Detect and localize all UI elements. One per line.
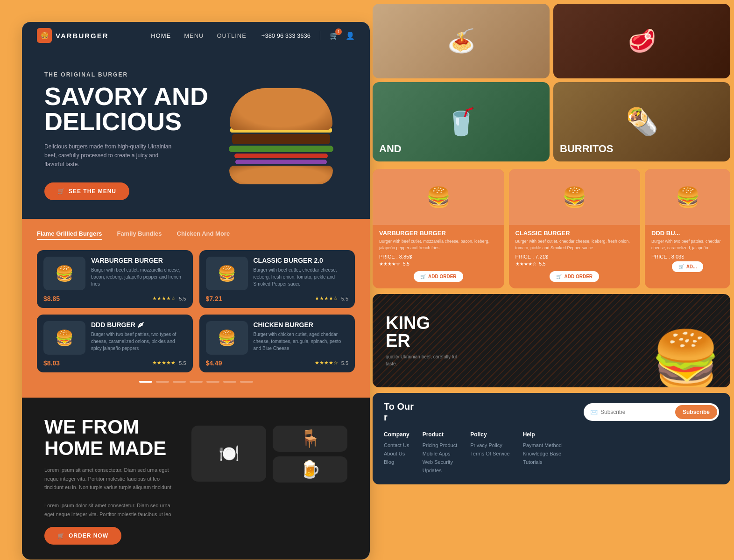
footer-link-mobile-apps[interactable]: Mobile Apps <box>423 451 458 456</box>
page-dots <box>37 381 355 383</box>
menu-card-1-bottom: $8.85 ★★★★☆ 5.5 <box>43 295 186 302</box>
dot-7[interactable] <box>240 381 253 383</box>
dot-4[interactable] <box>190 381 203 383</box>
menu-btn-icon: 🛒 <box>57 188 65 195</box>
restaurant-img-2: 🪑 <box>273 426 347 452</box>
main-panel: 🍔 VARBURGER HOME MENU OUTLINE +380 96 33… <box>22 22 370 560</box>
gallery-meat: 🥩 <box>553 4 730 78</box>
product-card-1: 🍔 VARBURGER BURGER Burger with beef cutl… <box>373 169 504 288</box>
product-card-2-body: CLASSIC BURGER Burger with beef cutlet, … <box>509 225 641 282</box>
cart-badge: 1 <box>335 28 342 35</box>
cart-icon-2: 🛒 <box>556 274 562 279</box>
menu-card-2-stars: ★★★★☆ 5.5 <box>315 295 348 301</box>
dot-6[interactable] <box>223 381 236 383</box>
menu-card-4-bottom: $4.49 ★★★★☆ 5.5 <box>206 359 349 367</box>
menu-card-1-image: 🍔 <box>43 257 85 290</box>
see-menu-button[interactable]: 🛒 SEE THE MENU <box>44 182 129 200</box>
menu-card-1-name: VARBURGER BURGER <box>91 257 186 264</box>
user-icon[interactable]: 👤 <box>346 31 355 40</box>
footer-link-pricing[interactable]: Pricing Product <box>423 442 458 448</box>
menu-card-3-desc: Burger with two beef patties, two types … <box>91 331 186 352</box>
add-order-btn-1[interactable]: 🛒 ADD ORDER <box>414 271 463 282</box>
restaurant-img-1: 🍽️ <box>191 426 266 482</box>
tab-flame-grilled[interactable]: Flame Grillied Burgers <box>37 230 102 240</box>
menu-tabs: Flame Grillied Burgers Family Bundles Ch… <box>37 230 355 240</box>
product-card-3-desc: Burger with two beef patties, cheddar ch… <box>651 238 724 251</box>
nav-right: +380 96 333 3636 🛒1 👤 <box>261 31 355 40</box>
menu-card-4-stars: ★★★★☆ 5.5 <box>315 360 348 366</box>
subscribe-button[interactable]: Subscribe <box>675 405 717 419</box>
dot-5[interactable] <box>206 381 219 383</box>
food-gallery-top: 🍝 🥩 <box>369 0 734 78</box>
newsletter-label: To Our r <box>384 401 584 423</box>
menu-card-2-info: CLASSIC BURGER 2.0 Burger with beef cutl… <box>254 257 349 287</box>
footer-col-company: Company Contact Us About Us Blog <box>384 431 409 476</box>
tab-family-bundles[interactable]: Family Bundles <box>117 230 162 240</box>
menu-card-2-image: 🍔 <box>206 257 248 290</box>
footer-col-company-title: Company <box>384 431 409 438</box>
add-order-btn-2[interactable]: 🛒 ADD ORDER <box>550 271 599 282</box>
drinks-label: AND <box>379 143 402 155</box>
footer-top: To Our r ✉️ Subscribe <box>384 401 719 423</box>
tab-chicken-more[interactable]: Chicken And More <box>177 230 230 240</box>
menu-card-2: 🍔 CLASSIC BURGER 2.0 Burger with beef cu… <box>199 250 355 308</box>
menu-section: Flame Grillied Burgers Family Bundles Ch… <box>22 219 370 398</box>
subscribe-form: ✉️ Subscribe <box>584 403 719 421</box>
cart-icon[interactable]: 🛒1 <box>330 31 339 40</box>
footer-link-about-us[interactable]: About Us <box>384 451 409 456</box>
footer-col-help: Help Paymant Method Knowledge Base Tutor… <box>523 431 562 476</box>
burger-right-text: KING ER quality Ukrainian beef, carefull… <box>373 303 473 378</box>
order-now-button[interactable]: 🛒 ORDER NOW <box>44 527 121 545</box>
menu-card-1-stars: ★★★★☆ 5.5 <box>152 295 186 301</box>
home-made-desc2: Lorem ipsum dolor sit amet consectetur. … <box>44 501 178 518</box>
footer-cols: Company Contact Us About Us Blog Product… <box>384 431 719 476</box>
envelope-icon: ✉️ <box>590 409 598 416</box>
product-card-1-price: PRICE : 8.85$ <box>379 254 498 259</box>
nav-home[interactable]: HOME <box>151 32 171 39</box>
hero-section: THE ORIGINAL BURGER SAVORY AND DELICIOUS… <box>22 49 370 219</box>
product-card-3: 🍔 DDD BU... Burger with two beef patties… <box>645 169 730 288</box>
nav-divider <box>320 31 320 40</box>
hero-text: THE ORIGINAL BURGER SAVORY AND DELICIOUS… <box>44 71 347 200</box>
cart-icon-3: 🛒 <box>678 264 684 269</box>
footer-link-blog[interactable]: Blog <box>384 459 409 465</box>
dot-1[interactable] <box>139 381 152 383</box>
nav-menu[interactable]: MENU <box>184 32 204 39</box>
footer-link-contact-us[interactable]: Contact Us <box>384 442 409 448</box>
home-made-section: WE FROM HOME MADE Lorem ipsum sit amet c… <box>22 398 370 560</box>
menu-card-2-bottom: $7.21 ★★★★☆ 5.5 <box>206 295 349 302</box>
menu-card-3-top: 🍔 DDD BURGER 🌶 Burger with two beef patt… <box>43 321 186 355</box>
product-card-1-body: VARBURGER BURGER Burger with beef cutlet… <box>373 225 504 282</box>
nav-outline[interactable]: OUTLINE <box>217 32 246 39</box>
menu-card-3-bottom: $8.03 ★★★★★ 5.5 <box>43 359 186 367</box>
footer-link-privacy[interactable]: Privacy Policy <box>470 442 509 448</box>
footer-link-knowledge[interactable]: Knowledge Base <box>523 451 562 456</box>
burger-right-title: KING ER <box>386 314 460 350</box>
menu-card-2-desc: Burger with beef cutlet, cheddar cheese,… <box>254 266 349 287</box>
product-card-1-desc: Burger with beef cutlet, mozzarella chee… <box>379 238 498 251</box>
product-card-2-price: PRICE : 7.21$ <box>515 254 634 259</box>
footer-link-web-security[interactable]: Web Security <box>423 459 458 465</box>
footer-link-tutorials[interactable]: Tutorials <box>523 459 562 465</box>
menu-card-4-top: 🍔 CHICKEN BURGER Burger with chicken cut… <box>206 321 349 355</box>
footer-col-policy-title: Policy <box>470 431 509 438</box>
gallery-pasta: 🍝 <box>373 4 550 78</box>
menu-card-3-info: DDD BURGER 🌶 Burger with two beef pattie… <box>91 321 186 352</box>
footer-section: To Our r ✉️ Subscribe Company Contact Us… <box>373 393 730 484</box>
menu-card-4-desc: Burger with chicken cutlet, aged cheddar… <box>254 331 349 352</box>
menu-card-2-price: $7.21 <box>206 295 222 302</box>
subscribe-input[interactable] <box>600 409 675 415</box>
add-order-btn-3[interactable]: 🛒 AD... <box>672 261 704 272</box>
dot-2[interactable] <box>156 381 169 383</box>
menu-card-4-image: 🍔 <box>206 321 248 355</box>
product-card-3-body: DDD BU... Burger with two beef patties, … <box>645 225 730 272</box>
product-card-3-name: DDD BU... <box>651 230 724 237</box>
product-card-2-desc: Burger with beef cutlet, cheddar cheese,… <box>515 238 634 251</box>
footer-link-terms[interactable]: Terms Of Service <box>470 451 509 456</box>
menu-card-4-info: CHICKEN BURGER Burger with chicken cutle… <box>254 321 349 352</box>
footer-link-updates[interactable]: Updates <box>423 468 458 473</box>
dot-3[interactable] <box>173 381 186 383</box>
footer-link-payment[interactable]: Paymant Method <box>523 442 562 448</box>
menu-card-2-name: CLASSIC BURGER 2.0 <box>254 257 349 264</box>
menu-grid: 🍔 VARBURGER BURGER Burger with beef cutl… <box>37 250 355 372</box>
